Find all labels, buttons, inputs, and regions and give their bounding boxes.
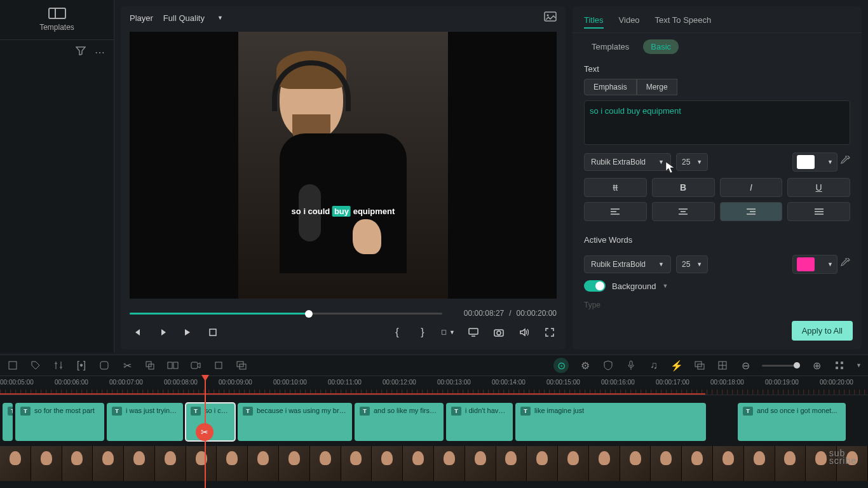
active-color-picker[interactable]: ▼ <box>792 255 837 274</box>
timeline-ruler[interactable]: 00:00:05:0000:00:06:0000:00:07:0000:00:0… <box>0 376 868 395</box>
caption-text-input[interactable]: so i could buy equipment <box>584 100 850 145</box>
tool-crop-icon[interactable] <box>212 359 225 372</box>
video-thumbnail[interactable] <box>0 446 31 481</box>
display-icon[interactable] <box>466 325 480 339</box>
video-thumbnail[interactable] <box>620 446 651 481</box>
crop-dropdown[interactable]: ▼ <box>441 325 455 339</box>
tool-grid-icon[interactable] <box>716 359 729 372</box>
zoom-out-button[interactable]: ⊖ <box>739 359 752 372</box>
image-overlay-icon[interactable] <box>544 11 557 24</box>
video-thumbnail[interactable] <box>434 446 465 481</box>
tool-scissors-icon[interactable]: ✂ <box>121 359 133 372</box>
background-toggle[interactable] <box>584 280 606 292</box>
scrub-thumb[interactable] <box>305 310 313 318</box>
video-thumbnail[interactable] <box>496 446 527 481</box>
tool-shield-icon[interactable] <box>602 359 614 372</box>
snapshot-icon[interactable] <box>492 325 506 339</box>
brace-open-icon[interactable]: { <box>390 325 404 339</box>
video-thumbnail[interactable] <box>527 446 558 481</box>
tool-rounded-icon[interactable] <box>98 359 111 372</box>
video-thumbnail[interactable] <box>248 446 279 481</box>
prev-frame-button[interactable] <box>130 325 144 339</box>
video-thumbnail[interactable] <box>589 446 620 481</box>
video-thumbnail[interactable] <box>372 446 403 481</box>
emphasis-button[interactable]: Emphasis <box>584 79 637 95</box>
video-preview[interactable]: so i could buy equipment <box>130 32 557 299</box>
timeline-clip[interactable]: T... <box>3 403 13 441</box>
brace-close-icon[interactable]: } <box>416 325 430 339</box>
tool-adjust-icon[interactable] <box>52 359 65 372</box>
video-thumbnail[interactable] <box>186 446 217 481</box>
merge-button[interactable]: Merge <box>637 79 677 95</box>
video-thumbnail[interactable] <box>217 446 248 481</box>
tool-robot-icon[interactable]: ⚡ <box>670 359 683 372</box>
tool-bracket-icon[interactable]: [•] <box>75 359 88 372</box>
video-thumbnail[interactable] <box>775 446 806 481</box>
tool-grid-view-icon[interactable] <box>833 359 846 372</box>
tool-swap-icon[interactable] <box>166 359 179 372</box>
tool-record-icon[interactable] <box>189 359 202 372</box>
cut-badge-icon[interactable]: ✂ <box>196 423 214 441</box>
tool-copy-icon[interactable] <box>144 359 156 372</box>
font-family-select[interactable]: Rubik ExtraBold▼ <box>584 153 671 171</box>
timeline-clip[interactable]: Ti didn't have ... <box>446 403 513 441</box>
video-thumbnail[interactable] <box>651 446 682 481</box>
align-left-button[interactable] <box>584 202 647 221</box>
timeline-clip[interactable]: Tand so once i got monet... <box>738 403 846 441</box>
video-thumbnail[interactable] <box>62 446 93 481</box>
active-size-select[interactable]: 25▼ <box>676 255 708 273</box>
more-icon[interactable]: ⋯ <box>95 46 105 58</box>
active-eyedropper-icon[interactable] <box>840 258 850 271</box>
timeline-clip[interactable]: Ti was just trying ... <box>107 403 183 441</box>
video-thumbnail[interactable] <box>124 446 155 481</box>
tab-titles[interactable]: Titles <box>584 13 604 29</box>
align-center-button[interactable] <box>652 202 715 221</box>
align-justify-button[interactable] <box>787 202 850 221</box>
tab-video[interactable]: Video <box>619 13 640 29</box>
zoom-in-button[interactable]: ⊕ <box>810 359 823 372</box>
underline-button[interactable]: U <box>787 178 850 197</box>
tool-mic-icon[interactable] <box>625 359 637 372</box>
apply-all-button[interactable]: Apply to All <box>792 321 853 341</box>
zoom-slider[interactable] <box>762 365 800 367</box>
active-font-select[interactable]: Rubik ExtraBold▼ <box>584 255 671 273</box>
video-thumbnail[interactable] <box>155 446 186 481</box>
video-thumbnail[interactable] <box>465 446 496 481</box>
templates-nav[interactable]: Templates <box>0 0 114 40</box>
video-thumbnail[interactable] <box>31 446 62 481</box>
tab-tts[interactable]: Text To Speech <box>655 13 712 29</box>
timeline-clip[interactable]: Tlike imagine just <box>515 403 706 441</box>
video-thumbnail[interactable] <box>682 446 713 481</box>
align-right-button[interactable] <box>720 202 783 221</box>
tool-ai-icon[interactable]: ⊙ <box>553 358 569 373</box>
fullscreen-icon[interactable] <box>543 325 557 339</box>
strikethrough-button[interactable]: tt <box>584 178 647 197</box>
italic-button[interactable]: I <box>720 178 783 197</box>
tool-gear-icon[interactable]: ⚙ <box>579 359 592 372</box>
video-thumbnail[interactable] <box>558 446 589 481</box>
chevron-down-icon[interactable]: ▼ <box>856 362 862 369</box>
tool-overlay-icon[interactable] <box>693 359 706 372</box>
chevron-down-icon[interactable]: ▼ <box>662 283 668 289</box>
video-thumbnail[interactable] <box>744 446 775 481</box>
stop-button[interactable] <box>206 325 220 339</box>
tool-frame-icon[interactable] <box>6 359 19 372</box>
quality-dropdown[interactable]: Full Quality▼ <box>163 13 223 23</box>
video-thumbnail[interactable] <box>93 446 124 481</box>
subtab-basic[interactable]: Basic <box>643 39 679 54</box>
playhead[interactable]: ✂ <box>205 376 206 488</box>
filter-icon[interactable] <box>76 46 86 58</box>
video-thumbnail[interactable] <box>341 446 372 481</box>
volume-icon[interactable] <box>517 325 531 339</box>
timeline-clip[interactable]: Tand so like my first ... <box>355 403 444 441</box>
next-frame-button[interactable] <box>180 325 194 339</box>
timeline-clip[interactable]: Tbecause i was using my bro... <box>238 403 352 441</box>
timeline-clip[interactable]: Tso for the most part <box>15 403 104 441</box>
video-thumbnail[interactable] <box>310 446 341 481</box>
tool-music-icon[interactable]: ♫ <box>648 359 660 372</box>
text-color-picker[interactable]: ▼ <box>792 152 837 172</box>
tool-layers-icon[interactable] <box>235 359 248 372</box>
video-thumbnail[interactable] <box>713 446 744 481</box>
subtab-templates[interactable]: Templates <box>584 39 637 54</box>
bold-button[interactable]: B <box>652 178 715 197</box>
